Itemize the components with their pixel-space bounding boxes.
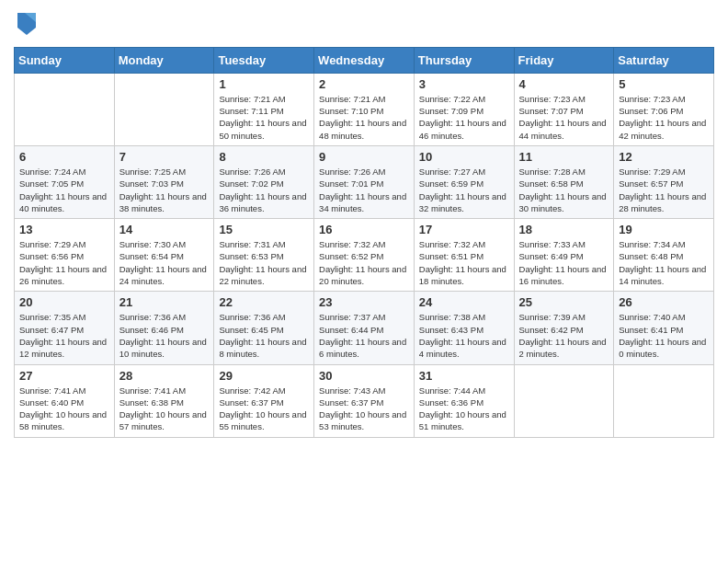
day-info: Sunrise: 7:36 AM Sunset: 6:46 PM Dayligh… — [119, 311, 210, 360]
day-info: Sunrise: 7:40 AM Sunset: 6:41 PM Dayligh… — [619, 311, 709, 360]
day-info: Sunrise: 7:26 AM Sunset: 7:01 PM Dayligh… — [319, 166, 409, 214]
calendar-cell: 20Sunrise: 7:35 AM Sunset: 6:47 PM Dayli… — [15, 292, 115, 364]
day-info: Sunrise: 7:28 AM Sunset: 6:58 PM Dayligh… — [519, 166, 609, 214]
day-info: Sunrise: 7:32 AM Sunset: 6:51 PM Dayligh… — [419, 238, 509, 287]
calendar-table: SundayMondayTuesdayWednesdayThursdayFrid… — [14, 47, 714, 438]
day-number: 24 — [419, 295, 509, 309]
day-number: 25 — [519, 295, 609, 309]
calendar-cell: 11Sunrise: 7:28 AM Sunset: 6:58 PM Dayli… — [514, 145, 614, 218]
calendar-week-row: 27Sunrise: 7:41 AM Sunset: 6:40 PM Dayli… — [15, 364, 714, 437]
day-of-week-header: Friday — [514, 47, 614, 73]
calendar-cell — [114, 73, 214, 145]
day-of-week-header: Tuesday — [214, 47, 314, 73]
calendar-cell: 27Sunrise: 7:41 AM Sunset: 6:40 PM Dayli… — [15, 364, 115, 437]
day-info: Sunrise: 7:33 AM Sunset: 6:49 PM Dayligh… — [519, 238, 609, 287]
day-info: Sunrise: 7:27 AM Sunset: 6:59 PM Dayligh… — [419, 166, 509, 214]
day-number: 1 — [219, 77, 309, 91]
day-number: 13 — [19, 223, 109, 236]
calendar-cell: 30Sunrise: 7:43 AM Sunset: 6:37 PM Dayli… — [314, 364, 415, 437]
day-of-week-header: Thursday — [414, 47, 514, 73]
day-info: Sunrise: 7:25 AM Sunset: 7:03 PM Dayligh… — [119, 166, 210, 214]
day-info: Sunrise: 7:38 AM Sunset: 6:43 PM Dayligh… — [419, 311, 509, 360]
calendar-cell: 21Sunrise: 7:36 AM Sunset: 6:46 PM Dayli… — [114, 292, 214, 364]
day-number: 29 — [219, 369, 309, 383]
day-of-week-header: Saturday — [614, 47, 714, 73]
calendar-cell: 31Sunrise: 7:44 AM Sunset: 6:36 PM Dayli… — [414, 364, 514, 437]
calendar-cell: 18Sunrise: 7:33 AM Sunset: 6:49 PM Dayli… — [514, 219, 614, 292]
day-info: Sunrise: 7:36 AM Sunset: 6:45 PM Dayligh… — [219, 311, 309, 360]
day-of-week-header: Sunday — [15, 47, 115, 73]
calendar-cell: 14Sunrise: 7:30 AM Sunset: 6:54 PM Dayli… — [114, 219, 214, 292]
calendar-cell: 28Sunrise: 7:41 AM Sunset: 6:38 PM Dayli… — [114, 364, 214, 437]
calendar-cell: 12Sunrise: 7:29 AM Sunset: 6:57 PM Dayli… — [614, 145, 714, 218]
day-info: Sunrise: 7:35 AM Sunset: 6:47 PM Dayligh… — [19, 311, 109, 360]
day-info: Sunrise: 7:31 AM Sunset: 6:53 PM Dayligh… — [219, 238, 309, 287]
calendar-cell: 9Sunrise: 7:26 AM Sunset: 7:01 PM Daylig… — [314, 145, 415, 218]
day-number: 2 — [319, 77, 409, 91]
day-number: 14 — [119, 223, 210, 236]
day-of-week-header: Wednesday — [314, 47, 415, 73]
calendar-cell: 25Sunrise: 7:39 AM Sunset: 6:42 PM Dayli… — [514, 292, 614, 364]
day-info: Sunrise: 7:21 AM Sunset: 7:11 PM Dayligh… — [219, 93, 309, 142]
day-number: 26 — [619, 295, 709, 309]
day-number: 30 — [319, 369, 409, 383]
calendar-cell: 5Sunrise: 7:23 AM Sunset: 7:06 PM Daylig… — [614, 73, 714, 145]
day-number: 9 — [319, 150, 409, 164]
day-info: Sunrise: 7:23 AM Sunset: 7:07 PM Dayligh… — [519, 93, 609, 142]
calendar-cell: 23Sunrise: 7:37 AM Sunset: 6:44 PM Dayli… — [314, 292, 415, 364]
day-info: Sunrise: 7:29 AM Sunset: 6:57 PM Dayligh… — [619, 166, 709, 214]
day-of-week-header: Monday — [114, 47, 214, 73]
day-number: 12 — [619, 150, 709, 164]
day-number: 7 — [119, 150, 210, 164]
calendar-cell: 10Sunrise: 7:27 AM Sunset: 6:59 PM Dayli… — [414, 145, 514, 218]
logo-icon — [16, 9, 38, 35]
day-info: Sunrise: 7:41 AM Sunset: 6:38 PM Dayligh… — [119, 385, 210, 433]
day-info: Sunrise: 7:29 AM Sunset: 6:56 PM Dayligh… — [19, 238, 109, 287]
day-number: 31 — [419, 369, 509, 383]
day-info: Sunrise: 7:34 AM Sunset: 6:48 PM Dayligh… — [619, 238, 709, 287]
day-number: 4 — [519, 77, 609, 91]
day-info: Sunrise: 7:24 AM Sunset: 7:05 PM Dayligh… — [19, 166, 109, 214]
day-number: 22 — [219, 295, 309, 309]
calendar-cell: 3Sunrise: 7:22 AM Sunset: 7:09 PM Daylig… — [414, 73, 514, 145]
calendar-week-row: 6Sunrise: 7:24 AM Sunset: 7:05 PM Daylig… — [15, 145, 714, 218]
day-number: 20 — [19, 295, 109, 309]
calendar-cell: 1Sunrise: 7:21 AM Sunset: 7:11 PM Daylig… — [214, 73, 314, 145]
day-info: Sunrise: 7:21 AM Sunset: 7:10 PM Dayligh… — [319, 93, 409, 142]
day-number: 18 — [519, 223, 609, 236]
calendar-cell — [514, 364, 614, 437]
day-number: 27 — [19, 369, 109, 383]
day-number: 15 — [219, 223, 309, 236]
calendar-cell: 7Sunrise: 7:25 AM Sunset: 7:03 PM Daylig… — [114, 145, 214, 218]
day-number: 5 — [619, 77, 709, 91]
day-info: Sunrise: 7:30 AM Sunset: 6:54 PM Dayligh… — [119, 238, 210, 287]
day-info: Sunrise: 7:22 AM Sunset: 7:09 PM Dayligh… — [419, 93, 509, 142]
calendar-cell: 2Sunrise: 7:21 AM Sunset: 7:10 PM Daylig… — [314, 73, 415, 145]
day-number: 28 — [119, 369, 210, 383]
calendar-header-row: SundayMondayTuesdayWednesdayThursdayFrid… — [15, 47, 714, 73]
day-info: Sunrise: 7:23 AM Sunset: 7:06 PM Dayligh… — [619, 93, 709, 142]
calendar-cell: 4Sunrise: 7:23 AM Sunset: 7:07 PM Daylig… — [514, 73, 614, 145]
logo — [14, 9, 38, 40]
page-header — [14, 9, 714, 40]
day-number: 10 — [419, 150, 509, 164]
calendar-cell: 13Sunrise: 7:29 AM Sunset: 6:56 PM Dayli… — [15, 219, 115, 292]
calendar-cell: 17Sunrise: 7:32 AM Sunset: 6:51 PM Dayli… — [414, 219, 514, 292]
day-info: Sunrise: 7:44 AM Sunset: 6:36 PM Dayligh… — [419, 385, 509, 433]
day-info: Sunrise: 7:32 AM Sunset: 6:52 PM Dayligh… — [319, 238, 409, 287]
day-info: Sunrise: 7:26 AM Sunset: 7:02 PM Dayligh… — [219, 166, 309, 214]
day-number: 21 — [119, 295, 210, 309]
calendar-cell: 16Sunrise: 7:32 AM Sunset: 6:52 PM Dayli… — [314, 219, 415, 292]
day-number: 6 — [19, 150, 109, 164]
calendar-cell: 26Sunrise: 7:40 AM Sunset: 6:41 PM Dayli… — [614, 292, 714, 364]
calendar-week-row: 1Sunrise: 7:21 AM Sunset: 7:11 PM Daylig… — [15, 73, 714, 145]
day-info: Sunrise: 7:41 AM Sunset: 6:40 PM Dayligh… — [19, 385, 109, 433]
day-info: Sunrise: 7:37 AM Sunset: 6:44 PM Dayligh… — [319, 311, 409, 360]
calendar-cell: 19Sunrise: 7:34 AM Sunset: 6:48 PM Dayli… — [614, 219, 714, 292]
day-info: Sunrise: 7:39 AM Sunset: 6:42 PM Dayligh… — [519, 311, 609, 360]
day-info: Sunrise: 7:43 AM Sunset: 6:37 PM Dayligh… — [319, 385, 409, 433]
day-number: 16 — [319, 223, 409, 236]
calendar-cell: 22Sunrise: 7:36 AM Sunset: 6:45 PM Dayli… — [214, 292, 314, 364]
calendar-cell: 8Sunrise: 7:26 AM Sunset: 7:02 PM Daylig… — [214, 145, 314, 218]
calendar-week-row: 20Sunrise: 7:35 AM Sunset: 6:47 PM Dayli… — [15, 292, 714, 364]
